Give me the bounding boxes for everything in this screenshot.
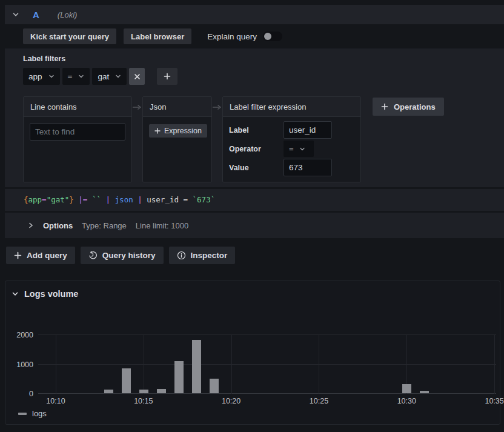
history-icon	[88, 251, 98, 260]
add-label-filter-button[interactable]	[157, 68, 177, 85]
inspector-button[interactable]: Inspector	[169, 247, 236, 264]
options-line-limit: Line limit: 1000	[136, 221, 188, 230]
chart-legend: logs	[18, 409, 500, 418]
query-toolbar: Kick start your query Label browser Expl…	[23, 28, 504, 44]
bar-10:16	[157, 389, 166, 393]
close-icon	[134, 73, 141, 80]
x-gridline	[144, 335, 144, 394]
options-title: Options	[43, 221, 73, 230]
x-axis-tick-label: 10:30	[397, 397, 416, 405]
y-gridline	[38, 364, 496, 365]
query-preview-text: {app="gat"} |= `` | json | user_id = `67…	[24, 195, 215, 204]
x-axis-line	[38, 393, 496, 394]
collapse-panel-chevron-down-icon[interactable]	[12, 290, 19, 297]
x-axis-tick-label: 10:20	[222, 397, 240, 405]
query-builder-rows: Label filters app = gat	[5, 48, 504, 187]
label-browser-button[interactable]: Label browser	[124, 28, 191, 44]
x-axis-tick-label: 10:10	[46, 397, 65, 405]
chevron-down-icon	[78, 73, 84, 79]
y-axis-tick-label: 0	[7, 389, 33, 399]
explore-query-editor: A (Loki) Kick start your query Label bro…	[0, 5, 504, 425]
kick-start-query-button[interactable]: Kick start your query	[23, 28, 116, 44]
label-name-value: app	[28, 72, 42, 81]
bar-10:18	[192, 340, 201, 393]
operation-title[interactable]: Json	[143, 97, 211, 117]
bar-10:15	[139, 390, 148, 393]
info-circle-icon	[177, 251, 186, 260]
label-operator-value: =	[68, 72, 73, 81]
logs-volume-panel: Logs volume 10:1010:1510:2010:2510:3010:…	[5, 281, 500, 425]
x-axis-tick-label: 10:25	[310, 397, 328, 405]
options-type: Type: Range	[82, 221, 127, 230]
operation-title[interactable]: Label filter expression	[223, 97, 360, 117]
plus-icon	[164, 73, 171, 80]
label-operator-select[interactable]: =	[62, 68, 90, 85]
y-axis-tick-label: 2000	[7, 330, 33, 340]
operation-line-contains: Line contains	[23, 96, 132, 182]
chevron-down-icon	[115, 73, 121, 79]
query-actions: Add query Query history Inspector	[6, 247, 504, 264]
y-axis-tick-label: 1000	[7, 360, 33, 370]
label-filter-row: app = gat	[23, 68, 498, 85]
datasource-hint: (Loki)	[58, 10, 78, 19]
bar-10:17	[174, 361, 184, 393]
y-gridline	[38, 334, 496, 335]
legend-series-label[interactable]: logs	[32, 409, 47, 418]
label-filters-title: Label filters	[23, 55, 498, 63]
query-history-button[interactable]: Query history	[81, 247, 164, 264]
add-operations-button[interactable]: Operations	[373, 98, 444, 116]
options-row[interactable]: Options Type: Range Line limit: 1000	[5, 213, 504, 238]
logs-volume-chart: 10:1010:1510:2010:2510:3010:35010002000	[38, 326, 496, 394]
chevron-down-icon	[48, 73, 55, 79]
options-chevron-right-icon[interactable]	[28, 222, 34, 229]
operator-field-name: Operator	[229, 145, 284, 153]
bar-10:14	[122, 368, 131, 393]
x-axis-tick-label: 10:35	[485, 397, 503, 405]
query-ref-id: A	[33, 10, 39, 20]
explain-query-label: Explain query	[207, 32, 257, 41]
plus-icon	[381, 103, 388, 110]
remove-label-filter-button[interactable]	[129, 68, 145, 85]
explain-query-control: Explain query	[207, 32, 282, 41]
plot-area: 10:1010:1510:2010:2510:3010:35010002000	[38, 326, 496, 394]
panel-title: Logs volume	[24, 289, 78, 299]
operator-select[interactable]: =	[284, 141, 314, 157]
query-row-header[interactable]: A (Loki)	[5, 5, 504, 24]
operation-label-filter-expression: Label filter expression Label Operator =…	[222, 96, 361, 182]
value-field-input[interactable]	[284, 159, 332, 176]
add-query-button[interactable]: Add query	[6, 247, 75, 264]
operation-title[interactable]: Line contains	[24, 97, 131, 117]
toggle-knob	[264, 33, 271, 40]
x-gridline	[494, 335, 495, 394]
plus-icon	[154, 128, 161, 134]
line-contains-input[interactable]	[30, 123, 125, 141]
bar-10:30	[402, 384, 411, 394]
plus-icon	[14, 251, 22, 259]
operation-json: Json Expression	[142, 96, 212, 182]
pipeline-arrow-right-icon	[133, 104, 142, 110]
value-field-name: Value	[229, 164, 284, 172]
legend-series-swatch[interactable]	[18, 413, 27, 415]
bar-10:19	[210, 379, 219, 393]
query-preview: {app="gat"} |= `` | json | user_id = `67…	[5, 189, 504, 211]
label-field-name: Label	[229, 126, 284, 135]
logs-volume-header[interactable]: Logs volume	[5, 281, 500, 299]
collapse-query-chevron-down-icon[interactable]	[12, 11, 19, 18]
x-gridline	[231, 335, 232, 394]
x-gridline	[56, 335, 56, 394]
label-value-select[interactable]: gat	[92, 68, 127, 85]
pipeline-arrow-right-icon	[213, 104, 222, 110]
operations-pipeline: Line contains Json Expression	[23, 96, 498, 182]
bar-10:13	[104, 390, 113, 393]
x-axis-tick-label: 10:15	[134, 397, 153, 405]
explain-query-toggle[interactable]	[263, 32, 282, 41]
add-expression-button[interactable]: Expression	[149, 124, 207, 138]
x-gridline	[319, 335, 319, 394]
bar-10:31	[420, 391, 429, 393]
label-value-value: gat	[98, 72, 109, 81]
label-name-select[interactable]: app	[23, 68, 60, 85]
chevron-down-icon	[299, 146, 305, 152]
label-field-input[interactable]	[284, 121, 332, 139]
